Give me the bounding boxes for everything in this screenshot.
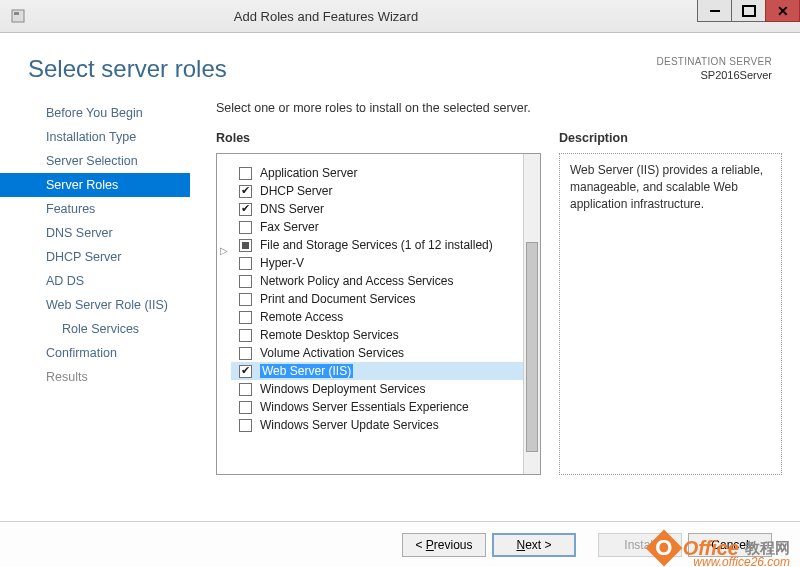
destination-name: SP2016Server — [656, 68, 772, 82]
role-row[interactable]: DHCP Server — [231, 182, 523, 200]
nav-item-server-selection[interactable]: Server Selection — [0, 149, 190, 173]
previous-button[interactable]: < Previous — [402, 533, 486, 557]
destination-server-block: DESTINATION SERVER SP2016Server — [656, 55, 772, 83]
destination-label: DESTINATION SERVER — [656, 55, 772, 68]
roles-heading: Roles — [216, 131, 541, 145]
role-label: DNS Server — [260, 202, 324, 216]
description-heading: Description — [559, 131, 782, 145]
role-checkbox[interactable] — [239, 383, 252, 396]
title-bar: Add Roles and Features Wizard ✕ — [0, 0, 800, 33]
role-label: Volume Activation Services — [260, 346, 404, 360]
role-label: Network Policy and Access Services — [260, 274, 453, 288]
role-row[interactable]: Print and Document Services — [231, 290, 523, 308]
role-checkbox[interactable] — [239, 329, 252, 342]
window-title: Add Roles and Features Wizard — [0, 9, 698, 24]
maximize-button[interactable] — [731, 0, 766, 22]
scrollbar-thumb[interactable] — [526, 242, 538, 452]
nav-item-role-services[interactable]: Role Services — [0, 317, 190, 341]
role-checkbox[interactable] — [239, 167, 252, 180]
page-title: Select server roles — [28, 55, 227, 83]
role-label: File and Storage Services (1 of 12 insta… — [260, 238, 493, 252]
nav-item-dhcp-server[interactable]: DHCP Server — [0, 245, 190, 269]
wizard-body: Before You BeginInstallation TypeServer … — [0, 93, 800, 475]
nav-item-server-roles[interactable]: Server Roles — [0, 173, 190, 197]
role-label: Application Server — [260, 166, 357, 180]
nav-item-ad-ds[interactable]: AD DS — [0, 269, 190, 293]
role-label: Windows Server Update Services — [260, 418, 439, 432]
close-button[interactable]: ✕ — [765, 0, 800, 22]
wizard-header: Select server roles DESTINATION SERVER S… — [0, 33, 800, 93]
nav-item-installation-type[interactable]: Installation Type — [0, 125, 190, 149]
role-label: Hyper-V — [260, 256, 304, 270]
expand-icon[interactable]: ▷ — [220, 245, 228, 256]
role-row[interactable]: Web Server (IIS) — [231, 362, 523, 380]
role-row[interactable]: Windows Server Essentials Experience — [231, 398, 523, 416]
role-checkbox[interactable] — [239, 257, 252, 270]
role-row[interactable]: Windows Server Update Services — [231, 416, 523, 434]
main-panel: Select one or more roles to install on t… — [190, 95, 800, 475]
role-checkbox[interactable] — [239, 347, 252, 360]
wizard-nav: Before You BeginInstallation TypeServer … — [0, 95, 190, 475]
role-label: Remote Access — [260, 310, 343, 324]
role-checkbox[interactable] — [239, 275, 252, 288]
nav-item-confirmation[interactable]: Confirmation — [0, 341, 190, 365]
role-checkbox[interactable] — [239, 221, 252, 234]
role-row[interactable]: Hyper-V — [231, 254, 523, 272]
nav-item-features[interactable]: Features — [0, 197, 190, 221]
nav-item-before-you-begin[interactable]: Before You Begin — [0, 101, 190, 125]
role-checkbox[interactable] — [239, 185, 252, 198]
nav-item-results[interactable]: Results — [0, 365, 190, 389]
role-row[interactable]: Windows Deployment Services — [231, 380, 523, 398]
minimize-button[interactable] — [697, 0, 732, 22]
role-checkbox[interactable] — [239, 311, 252, 324]
role-label: DHCP Server — [260, 184, 332, 198]
role-label: Windows Deployment Services — [260, 382, 425, 396]
role-row[interactable]: Application Server — [231, 164, 523, 182]
nav-item-dns-server[interactable]: DNS Server — [0, 221, 190, 245]
role-label: Web Server (IIS) — [260, 364, 353, 378]
role-checkbox[interactable] — [239, 239, 252, 252]
roles-listbox[interactable]: ▷ Application ServerDHCP ServerDNS Serve… — [216, 153, 541, 475]
role-label: Print and Document Services — [260, 292, 415, 306]
role-checkbox[interactable] — [239, 365, 252, 378]
role-checkbox[interactable] — [239, 203, 252, 216]
scrollbar[interactable] — [523, 154, 540, 474]
description-box: Web Server (IIS) provides a reliable, ma… — [559, 153, 782, 475]
next-button[interactable]: Next > — [492, 533, 576, 557]
role-checkbox[interactable] — [239, 401, 252, 414]
role-label: Fax Server — [260, 220, 319, 234]
role-row[interactable]: File and Storage Services (1 of 12 insta… — [231, 236, 523, 254]
instruction-text: Select one or more roles to install on t… — [216, 101, 782, 115]
nav-item-web-server-role-iis-[interactable]: Web Server Role (IIS) — [0, 293, 190, 317]
role-checkbox[interactable] — [239, 419, 252, 432]
role-row[interactable]: Fax Server — [231, 218, 523, 236]
role-label: Remote Desktop Services — [260, 328, 399, 342]
role-row[interactable]: Remote Desktop Services — [231, 326, 523, 344]
role-row[interactable]: Volume Activation Services — [231, 344, 523, 362]
watermark-icon: O — [645, 530, 682, 567]
watermark-url: www.office26.com — [693, 555, 790, 567]
role-row[interactable]: Remote Access — [231, 308, 523, 326]
role-row[interactable]: DNS Server — [231, 200, 523, 218]
role-row[interactable]: Network Policy and Access Services — [231, 272, 523, 290]
role-label: Windows Server Essentials Experience — [260, 400, 469, 414]
role-checkbox[interactable] — [239, 293, 252, 306]
